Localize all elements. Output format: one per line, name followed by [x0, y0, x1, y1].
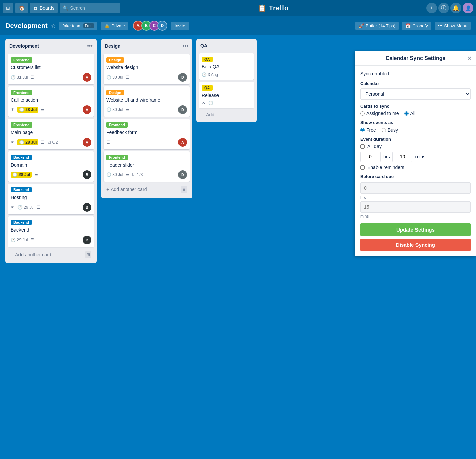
radio-busy[interactable]: Busy [382, 127, 398, 133]
panel-close-button[interactable]: ✕ [467, 55, 472, 62]
card-customers-list[interactable]: Frontend Customers list 🕐 31 Jul ☰ A [8, 54, 94, 84]
home-button[interactable]: 🏠 [15, 3, 28, 13]
card-label: Frontend [11, 122, 32, 128]
radio-all-input[interactable] [404, 111, 409, 116]
minutes-input[interactable] [392, 152, 412, 162]
card-call-to-action[interactable]: Frontend Call to action 👁 🕐 28 Jul ☰ A [8, 86, 94, 117]
plus-icon: + [11, 252, 13, 257]
sync-status: Sync enabled. [360, 71, 471, 76]
enable-reminders-checkbox[interactable]: Enable reminders [360, 165, 471, 170]
card-main-page[interactable]: Frontend Main page 👁 🕐 28 Jul ☰ ☑ 0/2 A [8, 119, 94, 149]
butler-button[interactable]: 🚀 Butler (14 Tips) [355, 22, 399, 30]
card-label: Backend [11, 187, 32, 192]
butler-icon: 🚀 [359, 23, 364, 28]
cronofy-icon: 📅 [405, 23, 411, 28]
radio-free[interactable]: Free [360, 127, 376, 133]
card-release[interactable]: QA Release 👁 🕐 [199, 82, 254, 108]
card-website-ui[interactable]: Design Website UI and wireframe 🕐 30 Jul… [104, 86, 190, 117]
card-title: Website UI and wireframe [106, 97, 187, 104]
enable-reminders-label: Enable reminders [367, 165, 404, 170]
team-button[interactable]: fake team Free [59, 22, 98, 30]
all-day-input[interactable] [360, 144, 365, 149]
checklist: ☑ 0/2 [47, 140, 58, 145]
due-date-warning: 🕐 28 Jul [17, 139, 38, 145]
hrs-label: hrs [383, 154, 390, 160]
card-title: Backend [11, 227, 91, 234]
card-meta: 🕐 28 Jul ☰ B [11, 170, 91, 179]
disable-syncing-button[interactable]: Disable Syncing [360, 239, 471, 251]
card-label: Backend [11, 220, 32, 225]
card-meta: 🕐 31 Jul ☰ A [11, 73, 91, 82]
panel-title: Calendar Sync Settings [386, 55, 446, 61]
radio-assigned-label: Assigned to me [366, 111, 399, 116]
add-card-label: Add [206, 112, 214, 117]
show-menu-button[interactable]: ••• Show Menu [435, 22, 471, 30]
info-icon: ⓘ [441, 5, 446, 12]
all-day-checkbox[interactable]: All day [360, 144, 471, 149]
info-button[interactable]: ⓘ [438, 3, 449, 13]
card-title: Call to action [11, 97, 91, 104]
search-icon: 🔍 [63, 5, 68, 11]
plus-icon: + [202, 112, 204, 117]
add-card-button-design[interactable]: + Add another card ⊞ [104, 184, 190, 195]
enable-reminders-input[interactable] [360, 165, 365, 170]
column-design: Design ••• Design Website design 🕐 30 Ju… [101, 39, 192, 198]
card-meta: 👁 🕐 28 Jul ☰ A [11, 105, 91, 114]
reminder-mins-label: mins [360, 214, 471, 219]
card-backend[interactable]: Backend Backend 🕐 29 Jul ☰ B [8, 216, 94, 247]
invite-button[interactable]: Invite [171, 22, 189, 30]
event-duration-label: Event duration [360, 137, 471, 142]
radio-free-input[interactable] [360, 128, 365, 132]
show-events-label: Show events as [360, 120, 471, 125]
card-hosting[interactable]: Backend Hosting 👁 🕐 29 Jul ☰ B [8, 184, 94, 214]
radio-busy-input[interactable] [382, 128, 386, 132]
card-label: Design [106, 57, 124, 63]
card-meta: 👁 🕐 28 Jul ☰ ☑ 0/2 A [11, 138, 91, 147]
top-nav: ⊞ 🏠 ▦ Boards 🔍 📋 Trello + ⓘ 🔔 👤 [0, 0, 476, 16]
card-website-design[interactable]: Design Website design 🕐 30 Jul ☰ D [104, 54, 190, 84]
add-card-button-qa[interactable]: + Add [199, 110, 254, 119]
update-settings-button[interactable]: Update Settings [360, 223, 471, 236]
watch-icon: 👁 [11, 205, 15, 210]
description-icon: ☰ [126, 75, 129, 80]
home-icon: 🏠 [19, 5, 25, 11]
search-input[interactable] [60, 3, 120, 13]
nav-right: + ⓘ 🔔 👤 [426, 3, 473, 13]
template-icon: ⊞ [181, 186, 187, 193]
privacy-button[interactable]: 🔒 Private [101, 22, 128, 30]
add-button[interactable]: + [426, 3, 437, 13]
card-header-slider[interactable]: Frontend Header slider 🕐 30 Jul ☰ ☑ 1/3 … [104, 151, 190, 182]
due-date: 🕐 31 Jul [11, 75, 28, 80]
user-avatar[interactable]: 👤 [463, 3, 473, 13]
grid-menu-button[interactable]: ⊞ [3, 3, 13, 13]
card-domain[interactable]: Backend Domain 🕐 28 Jul ☰ B [8, 151, 94, 182]
show-menu-label: Show Menu [444, 23, 467, 28]
duration-row: hrs mins [360, 152, 471, 162]
watch-icon: 👁 [11, 140, 15, 145]
bell-icon: 🔔 [452, 5, 459, 11]
radio-assigned-input[interactable] [360, 111, 365, 116]
radio-assigned[interactable]: Assigned to me [360, 111, 399, 116]
hours-input[interactable] [360, 152, 381, 162]
calendar-select[interactable]: Personal [360, 88, 471, 100]
card-beta-qa[interactable]: QA Beta QA 🕐 3 Aug [199, 53, 254, 80]
reminder-mins-input[interactable] [360, 201, 471, 213]
notifications-button[interactable]: 🔔 [450, 3, 461, 13]
card-label: QA [202, 57, 213, 62]
reminder-hrs-input[interactable] [360, 182, 471, 194]
col-menu-design[interactable]: ••• [183, 43, 188, 49]
description-icon: ☰ [30, 238, 34, 242]
card-feedback-form[interactable]: Frontend Feedback form ☰ A [104, 119, 190, 149]
add-card-button-development[interactable]: + Add another card ⊞ [8, 249, 94, 260]
boards-button[interactable]: ▦ Boards [30, 3, 58, 13]
watch-icon: 👁 [11, 107, 15, 112]
radio-all[interactable]: All [404, 111, 416, 116]
member-avatars: A B C D [133, 21, 167, 31]
col-menu-development[interactable]: ••• [87, 43, 93, 49]
card-title: Website design [106, 64, 187, 71]
column-qa: QA QA Beta QA 🕐 3 Aug QA Release 👁 🕐 + A… [196, 39, 257, 122]
cronofy-label: Cronofy [412, 23, 428, 28]
star-button[interactable]: ☆ [51, 23, 56, 29]
member-avatar-4[interactable]: D [157, 21, 167, 31]
cronofy-button[interactable]: 📅 Cronofy [402, 22, 431, 30]
